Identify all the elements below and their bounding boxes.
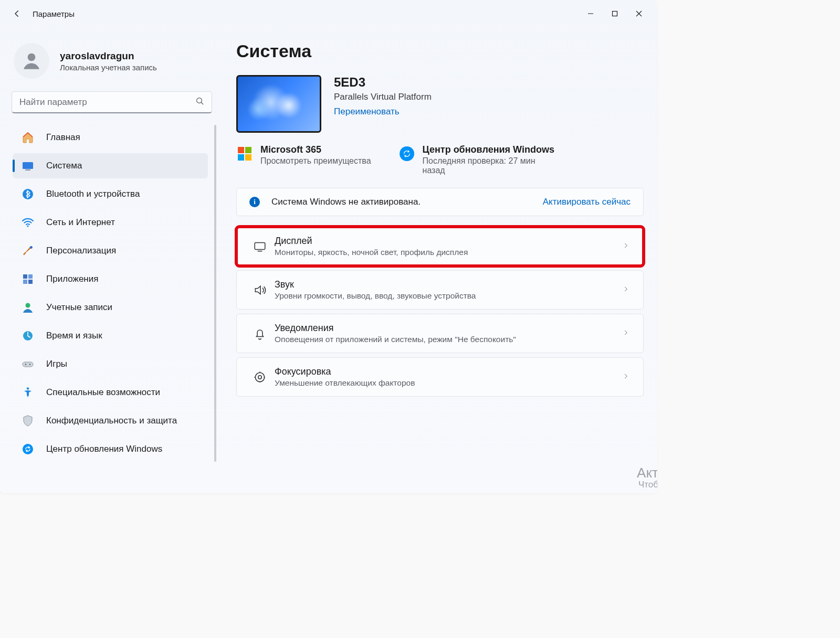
- brush-icon: [21, 244, 35, 258]
- activation-text: Система Windows не активирована.: [271, 197, 421, 207]
- svg-point-15: [25, 364, 26, 365]
- nav-label: Bluetooth и устройства: [46, 189, 140, 199]
- card-title: Фокусировка: [275, 366, 622, 377]
- svg-rect-3: [23, 162, 33, 169]
- card-title: Дисплей: [275, 236, 622, 247]
- nav-network[interactable]: Сеть и Интернет: [13, 210, 208, 235]
- svg-rect-9: [28, 274, 33, 279]
- svg-point-16: [29, 364, 30, 365]
- card-sound[interactable]: Звук Уровни громкости, вывод, ввод, звук…: [236, 270, 644, 310]
- nav-privacy[interactable]: Конфиденциальность и защита: [13, 408, 208, 433]
- user-name: yaroslavdragun: [60, 50, 157, 62]
- focus-icon: [247, 370, 272, 384]
- display-icon: [247, 240, 272, 253]
- card-focus[interactable]: Фокусировка Уменьшение отвлекающих факто…: [236, 357, 644, 397]
- rename-link[interactable]: Переименовать: [334, 107, 400, 117]
- svg-rect-8: [23, 274, 27, 279]
- search-box[interactable]: [12, 91, 212, 113]
- bell-icon: [247, 327, 272, 341]
- card-subtitle: Мониторы, яркость, ночной свет, профиль …: [275, 248, 622, 257]
- nav-personalization[interactable]: Персонализация: [13, 238, 208, 263]
- rec-title: Центр обновления Windows: [423, 144, 559, 155]
- update-icon: [21, 442, 35, 456]
- svg-point-17: [27, 387, 29, 389]
- info-icon: i: [249, 197, 260, 207]
- card-title: Звук: [275, 279, 622, 290]
- nav-label: Сеть и Интернет: [46, 217, 115, 228]
- nav-label: Центр обновления Windows: [46, 444, 162, 454]
- svg-point-7: [30, 246, 33, 249]
- nav-bluetooth[interactable]: Bluetooth и устройства: [13, 182, 208, 207]
- sync-icon: [398, 145, 415, 162]
- nav-home[interactable]: Главная: [13, 125, 208, 150]
- chevron-right-icon: [622, 329, 633, 338]
- svg-point-2: [197, 98, 202, 103]
- svg-rect-19: [255, 242, 265, 249]
- card-subtitle: Оповещения от приложений и системы, режи…: [275, 335, 622, 344]
- svg-rect-11: [28, 280, 33, 284]
- svg-rect-4: [25, 169, 30, 171]
- svg-rect-10: [23, 280, 27, 284]
- search-icon: [195, 97, 205, 108]
- rec-m365[interactable]: Microsoft 365 Просмотреть преимущества: [236, 144, 371, 175]
- close-button[interactable]: [627, 4, 651, 23]
- nav-accounts[interactable]: Учетные записи: [13, 295, 208, 320]
- card-subtitle: Уровни громкости, вывод, ввод, звуковые …: [275, 291, 622, 301]
- rec-subtitle: Просмотреть преимущества: [260, 156, 371, 166]
- home-icon: [21, 131, 35, 144]
- page-title: Система: [236, 41, 644, 61]
- activate-now-link[interactable]: Активировать сейчас: [543, 197, 631, 207]
- nav-label: Специальные возможности: [46, 387, 160, 398]
- svg-rect-14: [23, 362, 33, 367]
- card-notifications[interactable]: Уведомления Оповещения от приложений и с…: [236, 314, 644, 353]
- svg-point-20: [255, 373, 264, 381]
- svg-point-12: [26, 303, 30, 308]
- nav-label: Время и язык: [46, 331, 102, 341]
- card-title: Уведомления: [275, 323, 622, 334]
- nav-update[interactable]: Центр обновления Windows: [13, 437, 208, 462]
- nav-system[interactable]: Система: [13, 153, 208, 178]
- nav-gaming[interactable]: Игры: [13, 352, 208, 377]
- main-content: Система 5ED3 Parallels Virtual Platform …: [220, 27, 657, 493]
- nav-label: Система: [46, 161, 82, 171]
- device-thumbnail: [236, 75, 321, 133]
- sound-icon: [247, 283, 272, 297]
- rec-subtitle: Последняя проверка: 27 мин назад: [423, 156, 559, 175]
- card-subtitle: Уменьшение отвлекающих факторов: [275, 378, 622, 388]
- chevron-right-icon: [622, 285, 633, 295]
- chevron-right-icon: [622, 373, 633, 382]
- shield-icon: [21, 414, 35, 428]
- nav-label: Учетные записи: [46, 302, 112, 313]
- profile-block[interactable]: yaroslavdragun Локальная учетная запись: [10, 40, 216, 91]
- maximize-button[interactable]: [603, 4, 627, 23]
- nav-label: Конфиденциальность и защита: [46, 416, 177, 426]
- nav-apps[interactable]: Приложения: [13, 267, 208, 292]
- accessibility-icon: [21, 386, 35, 399]
- nav-time[interactable]: Время и язык: [13, 323, 208, 348]
- microsoft-logo-icon: [236, 145, 253, 162]
- nav-list: Главная Система Bluetooth и устройства: [10, 125, 216, 462]
- system-icon: [21, 159, 35, 173]
- rec-windows-update[interactable]: Центр обновления Windows Последняя прове…: [398, 144, 559, 175]
- card-display[interactable]: Дисплей Мониторы, яркость, ночной свет, …: [236, 227, 644, 266]
- person-icon: [21, 301, 35, 314]
- settings-window: Параметры yaroslavdragun Локальная учетн…: [0, 0, 657, 493]
- nav-accessibility[interactable]: Специальные возможности: [13, 380, 208, 405]
- search-input[interactable]: [12, 91, 212, 113]
- minimize-button[interactable]: [579, 4, 603, 23]
- rec-title: Microsoft 365: [260, 144, 371, 155]
- svg-point-1: [28, 54, 36, 61]
- nav-label: Персонализация: [46, 246, 116, 256]
- activation-banner: i Система Windows не активирована. Актив…: [236, 188, 644, 216]
- device-name: 5ED3: [334, 75, 432, 90]
- svg-point-21: [258, 375, 262, 379]
- svg-rect-0: [613, 12, 617, 16]
- titlebar: Параметры: [0, 0, 657, 27]
- back-button[interactable]: [12, 8, 22, 19]
- window-title: Параметры: [33, 9, 75, 18]
- user-subtitle: Локальная учетная запись: [60, 63, 157, 72]
- avatar: [14, 43, 49, 79]
- svg-point-6: [27, 225, 28, 227]
- nav-label: Приложения: [46, 274, 98, 284]
- svg-point-18: [23, 444, 33, 454]
